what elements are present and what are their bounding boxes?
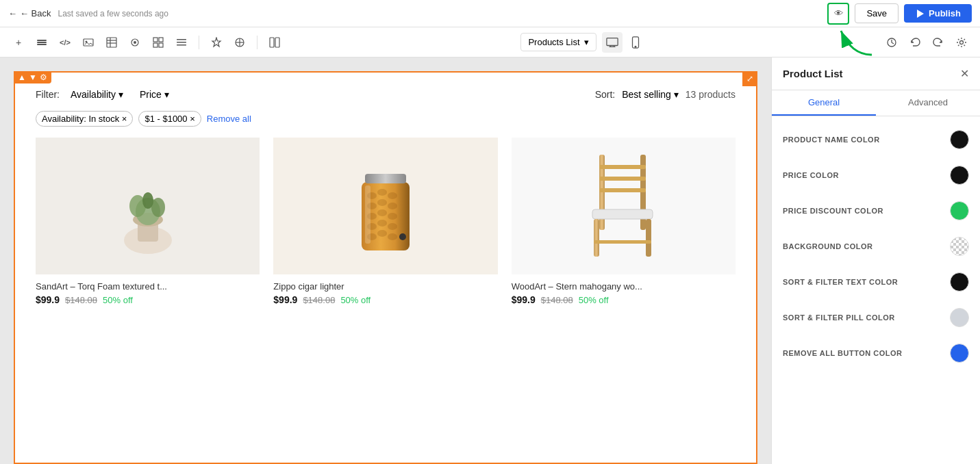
columns-icon[interactable] [264,32,285,53]
expand-icon[interactable]: ⤢ [742,71,757,86]
price-discount-color-label: PRICE DISCOUNT COLOR [783,207,950,215]
svg-point-52 [388,223,397,230]
shapes-icon[interactable] [125,32,145,53]
svg-rect-64 [592,209,653,219]
media-icon[interactable] [78,32,99,53]
remove-all-button-color-swatch[interactable] [950,344,969,363]
svg-rect-17 [177,39,186,40]
svg-point-38 [151,198,165,217]
product-card: Zippo cigar lighter $99.9 $148.08 50% of… [273,138,497,305]
product-discount: 50% off [579,295,609,305]
product-list-area: Filter: Availability ▾ Price ▾ Sort: [15,73,756,319]
svg-rect-58 [365,185,370,244]
product-name-color-swatch[interactable] [950,130,969,149]
svg-rect-62 [599,177,646,181]
redo-icon[interactable] [928,32,948,53]
svg-point-32 [960,40,964,44]
layers-icon[interactable] [32,32,52,53]
svg-rect-2 [37,40,47,41]
top-bar: ← ← Back Last saved a few seconds ago 👁 … [0,0,980,27]
product-name: SandArt – Torq Foam textured t... [36,281,260,292]
back-label: ← Back [20,8,51,18]
sort-dropdown[interactable]: Best selling ▾ [622,89,679,100]
sort-filter-text-color-label: SORT & FILTER TEXT COLOR [783,278,950,286]
svg-rect-16 [159,43,163,47]
svg-rect-19 [177,44,186,46]
product-original-price: $148.08 [541,295,573,305]
svg-marker-0 [917,10,924,18]
sort-filter-pill-color-setting: SORT & FILTER PILL COLOR [772,300,980,335]
table-icon[interactable] [101,32,122,53]
svg-rect-65 [594,219,599,257]
product-pricing: $99.9 $148.08 50% off [273,294,497,305]
price-color-swatch[interactable] [950,166,969,185]
grid-icon[interactable] [148,32,168,53]
availability-dropdown[interactable]: Availability ▾ [65,86,129,103]
sort-filter-text-color-swatch[interactable] [950,272,969,292]
price-discount-color-swatch[interactable] [950,201,969,220]
remove-all-button-color-label: REMOVE ALL BUTTON COLOR [783,349,950,357]
settings-icon[interactable] [951,32,972,53]
panel-close-button[interactable]: ✕ [960,67,969,80]
chevron-down-icon: ▾ [584,37,589,47]
mobile-device-button[interactable] [625,32,646,53]
undo-icon[interactable] [905,32,925,53]
price-tag-label: $1 - $1000 × [145,114,194,124]
products-count: 13 products [686,89,736,100]
plugin-icon[interactable] [206,32,227,53]
svg-rect-61 [599,165,646,169]
tab-general[interactable]: General [772,90,876,116]
widget-icon[interactable] [229,32,250,53]
toolbar-center: Products List ▾ [288,32,879,53]
product-card: WoodArt – Stern mahogany wo... $99.9 $14… [512,138,736,305]
svg-point-12 [134,41,136,44]
page-selector[interactable]: Products List ▾ [520,33,596,51]
price-dropdown[interactable]: Price ▾ [134,86,175,103]
panel-title: Product List [783,68,843,79]
nav-icon[interactable] [171,32,192,53]
add-icon[interactable]: + [8,32,29,53]
move-up-icon[interactable]: ▲ [18,73,26,82]
preview-button[interactable]: 👁 [827,3,849,25]
sort-label: Sort: [595,89,616,100]
svg-point-46 [388,203,397,209]
product-original-price: $148.08 [65,295,97,305]
product-discount: 50% off [103,295,133,305]
eye-icon: 👁 [834,8,843,18]
save-button[interactable]: Save [855,3,899,23]
product-name: WoodArt – Stern mahogany wo... [512,281,736,292]
svg-rect-67 [594,240,651,244]
sort-value: Best selling [622,89,671,100]
product-price: $99.9 [273,294,297,305]
price-tag[interactable]: $1 - $1000 × [138,111,201,127]
code-icon[interactable]: </> [55,32,75,53]
move-down-icon[interactable]: ▼ [29,73,37,82]
toolbar-divider-2 [257,36,257,49]
svg-point-51 [377,220,387,227]
tab-advanced[interactable]: Advanced [876,90,980,116]
background-color-swatch[interactable] [950,237,969,256]
svg-rect-24 [275,38,279,47]
sort-filter-pill-color-swatch[interactable] [950,308,969,327]
svg-point-57 [399,233,406,240]
product-name-color-label: PRODUCT NAME COLOR [783,136,950,144]
price-label: Price [140,89,162,100]
device-icons [602,32,646,53]
desktop-device-button[interactable] [602,32,623,53]
product-name-color-setting: PRODUCT NAME COLOR [772,122,980,157]
filter-right: Sort: Best selling ▾ 13 products [595,89,736,100]
availability-tag[interactable]: Availability: In stock × [36,111,133,127]
sort-filter-pill-color-label: SORT & FILTER PILL COLOR [783,313,950,322]
price-color-setting: PRICE COLOR [772,157,980,193]
svg-point-49 [388,213,397,220]
panel-header: Product List ✕ [772,57,980,90]
price-chevron-icon: ▾ [164,89,169,100]
history-icon[interactable] [881,32,902,53]
remove-all-link[interactable]: Remove all [207,114,251,124]
availability-chevron-icon: ▾ [118,89,123,100]
back-button[interactable]: ← ← Back [8,8,51,18]
publish-button[interactable]: Publish [904,4,972,23]
settings-block-icon[interactable]: ⚙ [40,73,47,82]
svg-point-45 [377,199,387,206]
svg-rect-23 [270,38,274,47]
